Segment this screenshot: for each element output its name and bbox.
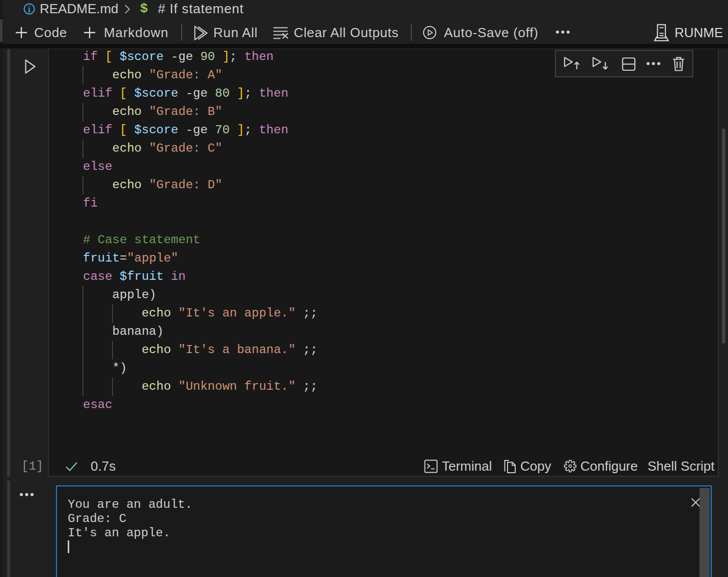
svg-text:i: i — [28, 5, 31, 14]
